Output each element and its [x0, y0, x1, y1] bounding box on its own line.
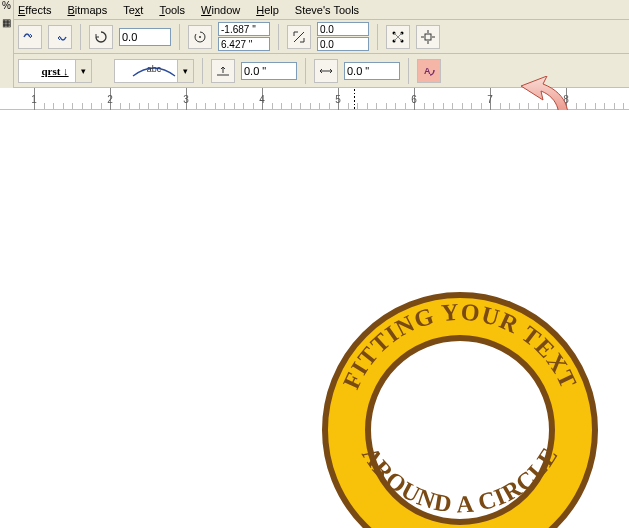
horizontal-ruler: 12345678 — [0, 88, 629, 110]
snap-target-icon[interactable] — [416, 25, 440, 49]
chevron-down-icon: ▾ — [177, 60, 193, 82]
distance-from-path-input[interactable] — [241, 62, 297, 80]
property-bar-2: qrst ↓ ▾ abc ▾ A — [0, 54, 629, 88]
ruler-tick: 4 — [259, 94, 265, 105]
menu-text[interactable]: Text — [123, 4, 143, 16]
text-orientation-select[interactable]: qrst ↓ ▾ — [18, 59, 92, 83]
fit-text-to-path-button[interactable]: A — [417, 59, 441, 83]
pos-x-input[interactable] — [218, 22, 270, 36]
horizontal-offset-input[interactable] — [344, 62, 400, 80]
ruler-tick: 3 — [183, 94, 189, 105]
menu-help[interactable]: Help — [256, 4, 279, 16]
ruler-tick: 7 — [487, 94, 493, 105]
distance-from-path-icon — [211, 59, 235, 83]
pos-y-input[interactable] — [218, 37, 270, 51]
chevron-down-icon: ▾ — [75, 60, 91, 82]
menu-window[interactable]: Window — [201, 4, 240, 16]
rotation-input[interactable] — [119, 28, 171, 46]
svg-text:abc: abc — [147, 64, 162, 74]
menu-tools[interactable]: Tools — [159, 4, 185, 16]
nodes-icon[interactable] — [386, 25, 410, 49]
ruler-tick: 8 — [563, 94, 569, 105]
mirror-vertical-button[interactable] — [48, 25, 72, 49]
menu-bitmaps[interactable]: Bitmaps — [67, 4, 107, 16]
property-bar-1 — [0, 20, 629, 54]
position-icon — [188, 25, 212, 49]
menu-effects[interactable]: Effects — [18, 4, 51, 16]
size-y-input[interactable] — [317, 37, 369, 51]
ruler-tick: 5 — [335, 94, 341, 105]
svg-rect-5 — [425, 34, 431, 40]
rotation-icon — [89, 25, 113, 49]
text-on-circle-artwork[interactable]: FITTING YOUR TEXT AROUND A CIRCLE — [310, 280, 610, 528]
canvas-area[interactable]: FITTING YOUR TEXT AROUND A CIRCLE — [0, 110, 629, 528]
text-placement-select[interactable]: abc ▾ — [114, 59, 194, 83]
ruler-tick: 1 — [31, 94, 37, 105]
menu-steves-tools[interactable]: Steve's Tools — [295, 4, 359, 16]
svg-point-0 — [199, 36, 201, 38]
snap-icon[interactable]: ▦ — [0, 17, 13, 28]
svg-text:A: A — [424, 66, 431, 76]
ruler-tick: 6 — [411, 94, 417, 105]
menubar: Effects Bitmaps Text Tools Window Help S… — [0, 0, 629, 20]
ruler-tick: 2 — [107, 94, 113, 105]
mirror-horizontal-button[interactable] — [18, 25, 42, 49]
size-x-input[interactable] — [317, 22, 369, 36]
horizontal-offset-icon — [314, 59, 338, 83]
size-icon — [287, 25, 311, 49]
percent-icon[interactable]: % — [0, 0, 13, 11]
